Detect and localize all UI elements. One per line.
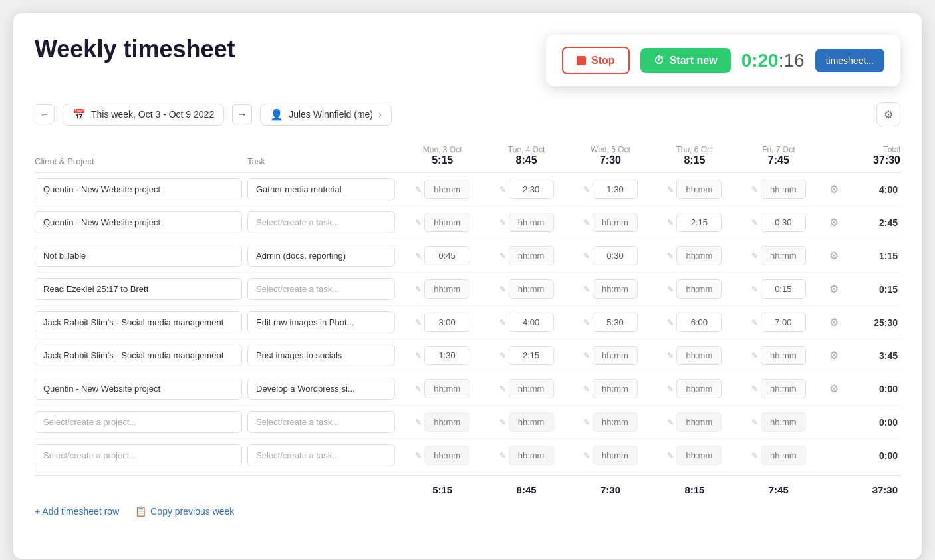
project-cell[interactable]	[35, 245, 247, 267]
time-input-tue[interactable]	[509, 180, 554, 199]
task-input[interactable]	[247, 411, 395, 433]
time-input-fri[interactable]	[761, 279, 806, 299]
project-input[interactable]	[35, 345, 242, 366]
edit-icon[interactable]: ✎	[415, 318, 422, 327]
task-cell[interactable]	[247, 311, 400, 333]
time-input-wed[interactable]	[593, 279, 638, 299]
edit-icon[interactable]: ✎	[499, 351, 506, 360]
time-input-mon[interactable]	[424, 213, 469, 232]
task-cell[interactable]	[247, 245, 400, 267]
edit-icon[interactable]: ✎	[751, 318, 758, 327]
row-gear-icon[interactable]: ⚙	[829, 216, 839, 229]
edit-icon[interactable]: ✎	[667, 418, 674, 427]
project-input[interactable]	[35, 278, 242, 300]
time-input-wed[interactable]	[593, 246, 638, 265]
edit-icon[interactable]: ✎	[583, 285, 590, 294]
edit-icon[interactable]: ✎	[751, 451, 758, 460]
time-input-tue[interactable]	[509, 313, 554, 332]
task-input[interactable]	[247, 211, 395, 233]
time-input-tue[interactable]	[509, 213, 554, 232]
project-cell[interactable]	[35, 211, 247, 233]
time-input-wed[interactable]	[593, 446, 638, 465]
time-input-fri[interactable]	[761, 246, 806, 265]
time-input-tue[interactable]	[509, 379, 554, 398]
project-cell[interactable]	[35, 378, 247, 400]
edit-icon[interactable]: ✎	[415, 451, 422, 460]
time-input-mon[interactable]	[424, 246, 469, 265]
row-gear-icon[interactable]: ⚙	[829, 249, 839, 262]
task-input[interactable]	[247, 178, 395, 200]
time-input-fri[interactable]	[761, 379, 806, 398]
time-input-fri[interactable]	[761, 313, 806, 332]
task-input[interactable]	[247, 444, 395, 466]
edit-icon[interactable]: ✎	[583, 384, 590, 394]
edit-icon[interactable]: ✎	[499, 218, 506, 227]
time-input-wed[interactable]	[593, 180, 638, 199]
project-input[interactable]	[35, 444, 242, 466]
prev-week-button[interactable]: ←	[35, 104, 55, 124]
project-input[interactable]	[35, 178, 242, 200]
timesheet-button[interactable]: timesheet...	[815, 49, 884, 72]
task-cell[interactable]	[247, 211, 400, 233]
edit-icon[interactable]: ✎	[415, 218, 422, 227]
edit-icon[interactable]: ✎	[415, 251, 422, 261]
edit-icon[interactable]: ✎	[499, 318, 506, 327]
time-input-tue[interactable]	[509, 346, 554, 365]
task-input[interactable]	[247, 278, 395, 300]
time-input-fri[interactable]	[761, 346, 806, 365]
task-input[interactable]	[247, 345, 395, 366]
project-cell[interactable]	[35, 278, 247, 300]
edit-icon[interactable]: ✎	[499, 451, 506, 460]
time-input-mon[interactable]	[424, 313, 469, 332]
project-cell[interactable]	[35, 444, 247, 466]
project-cell[interactable]	[35, 311, 247, 333]
time-input-thu[interactable]	[676, 313, 722, 332]
add-row-button[interactable]: + Add timesheet row	[35, 506, 119, 517]
project-cell[interactable]	[35, 345, 247, 366]
edit-icon[interactable]: ✎	[751, 351, 758, 360]
edit-icon[interactable]: ✎	[751, 185, 758, 194]
edit-icon[interactable]: ✎	[751, 285, 758, 294]
time-input-tue[interactable]	[509, 412, 554, 432]
edit-icon[interactable]: ✎	[667, 185, 674, 194]
time-input-thu[interactable]	[676, 446, 722, 465]
time-input-fri[interactable]	[761, 446, 806, 465]
time-input-wed[interactable]	[593, 213, 638, 232]
edit-icon[interactable]: ✎	[499, 285, 506, 294]
edit-icon[interactable]: ✎	[499, 418, 506, 427]
edit-icon[interactable]: ✎	[667, 351, 674, 360]
project-cell[interactable]	[35, 178, 247, 200]
project-input[interactable]	[35, 211, 242, 233]
edit-icon[interactable]: ✎	[415, 185, 422, 194]
time-input-tue[interactable]	[509, 279, 554, 299]
time-input-thu[interactable]	[676, 246, 722, 265]
edit-icon[interactable]: ✎	[751, 218, 758, 227]
edit-icon[interactable]: ✎	[415, 418, 422, 427]
edit-icon[interactable]: ✎	[667, 218, 674, 227]
project-input[interactable]	[35, 311, 242, 333]
task-cell[interactable]	[247, 278, 400, 300]
row-gear-icon[interactable]: ⚙	[829, 382, 839, 395]
time-input-wed[interactable]	[593, 346, 638, 365]
edit-icon[interactable]: ✎	[667, 451, 674, 460]
task-cell[interactable]	[247, 378, 400, 400]
time-input-mon[interactable]	[424, 180, 469, 199]
copy-previous-week-button[interactable]: 📋 Copy previous week	[135, 506, 234, 517]
edit-icon[interactable]: ✎	[583, 318, 590, 327]
time-input-tue[interactable]	[509, 446, 554, 465]
edit-icon[interactable]: ✎	[583, 451, 590, 460]
time-input-fri[interactable]	[761, 213, 806, 232]
next-week-button[interactable]: →	[232, 104, 252, 124]
task-input[interactable]	[247, 311, 395, 333]
edit-icon[interactable]: ✎	[667, 285, 674, 294]
edit-icon[interactable]: ✎	[583, 418, 590, 427]
edit-icon[interactable]: ✎	[667, 318, 674, 327]
edit-icon[interactable]: ✎	[667, 251, 674, 261]
time-input-fri[interactable]	[761, 412, 806, 432]
task-input[interactable]	[247, 245, 395, 267]
time-input-wed[interactable]	[593, 313, 638, 332]
time-input-fri[interactable]	[761, 180, 806, 199]
time-input-mon[interactable]	[424, 412, 469, 432]
user-selector[interactable]: 👤 Jules Winnfield (me) ›	[260, 104, 392, 126]
row-gear-icon[interactable]: ⚙	[829, 349, 839, 362]
